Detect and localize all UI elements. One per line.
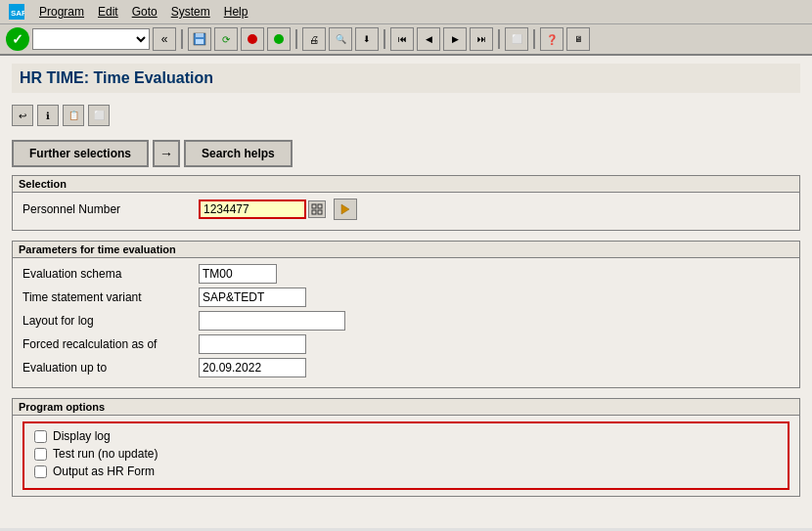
svg-rect-3 [196, 33, 203, 37]
program-options-title: Program options [13, 399, 799, 416]
forced-recalculation-row: Forced recalculation as of [23, 334, 789, 354]
customize-button[interactable]: 🖥 [566, 27, 590, 51]
execute-button[interactable] [267, 27, 291, 51]
test-run-checkbox[interactable] [34, 448, 47, 461]
tab-arrow[interactable]: → [153, 140, 180, 167]
search-helps-tab[interactable]: Search helps [184, 140, 293, 167]
svg-point-5 [248, 34, 257, 44]
selection-section: Selection Personnel Number [12, 175, 800, 231]
program-options-section: Program options Display log Test run (no… [12, 398, 800, 497]
output-hr-form-label: Output as HR Form [53, 465, 155, 478]
time-statement-variant-row: Time statement variant [23, 288, 789, 307]
test-run-row: Test run (no update) [34, 447, 778, 461]
separator-4 [498, 29, 500, 49]
svg-point-6 [274, 34, 284, 44]
layout-for-log-input[interactable] [199, 311, 345, 331]
find-button[interactable]: 🔍 [329, 27, 352, 51]
find-next-button[interactable]: ⬇ [355, 27, 379, 51]
time-statement-variant-input[interactable] [199, 288, 306, 307]
time-statement-variant-label: Time statement variant [23, 290, 199, 304]
layout-for-log-row: Layout for log [23, 311, 789, 331]
program-options-content: Display log Test run (no update) Output … [13, 416, 799, 496]
svg-rect-10 [318, 210, 322, 214]
next-page-button[interactable]: ▶ [443, 27, 467, 51]
selection-section-content: Personnel Number [13, 193, 799, 230]
svg-marker-11 [341, 204, 349, 214]
test-run-label: Test run (no update) [53, 447, 158, 461]
output-hr-form-row: Output as HR Form [34, 465, 778, 478]
display-log-checkbox[interactable] [34, 430, 47, 443]
sub-toolbar: ↩ ℹ 📋 ⬜ [12, 101, 800, 130]
further-selections-tab[interactable]: Further selections [12, 140, 149, 167]
print-button[interactable]: 🖨 [302, 27, 326, 51]
personnel-number-row: Personnel Number [23, 199, 789, 220]
svg-rect-4 [196, 39, 203, 44]
separator-1 [181, 29, 183, 49]
evaluation-schema-row: Evaluation schema [23, 264, 789, 284]
menu-help[interactable]: Help [218, 3, 254, 21]
stop-button[interactable] [241, 27, 264, 51]
new-window-button[interactable]: ⬜ [505, 27, 528, 51]
enter-button[interactable]: ✓ [6, 27, 29, 51]
prev-page-button[interactable]: ◀ [417, 27, 440, 51]
display-log-label: Display log [53, 429, 111, 443]
menu-goto[interactable]: Goto [126, 3, 163, 21]
back-nav-button[interactable]: ↩ [12, 105, 33, 126]
personnel-number-label: Personnel Number [23, 202, 199, 216]
svg-rect-9 [312, 210, 316, 214]
info-button[interactable]: ℹ [37, 105, 59, 126]
svg-text:SAP: SAP [11, 9, 24, 18]
evaluation-up-to-input[interactable] [199, 358, 306, 377]
tab-row: Further selections → Search helps [12, 140, 800, 167]
command-field[interactable] [32, 28, 150, 50]
personnel-number-input[interactable] [199, 199, 306, 219]
evaluation-schema-input[interactable] [199, 264, 277, 284]
toolbar: ✓ « ⟳ 🖨 🔍 ⬇ ⏮ ◀ ▶ ⏭ ⬜ ❓ 🖥 [0, 24, 812, 56]
first-page-button[interactable]: ⏮ [390, 27, 414, 51]
technical-info-button[interactable]: 📋 [63, 105, 84, 126]
program-options-box: Display log Test run (no update) Output … [23, 421, 789, 490]
sap-logo-icon: SAP [8, 3, 25, 21]
evaluation-schema-label: Evaluation schema [23, 267, 199, 281]
forced-recalculation-input[interactable] [199, 334, 306, 354]
evaluation-up-to-label: Evaluation up to [23, 361, 199, 375]
svg-rect-7 [312, 204, 316, 208]
separator-2 [295, 29, 297, 49]
menu-bar: SAP Program Edit Goto System Help [0, 0, 812, 24]
layout-for-log-label: Layout for log [23, 314, 199, 328]
variant-button[interactable]: ⬜ [88, 105, 110, 126]
menu-edit[interactable]: Edit [92, 3, 124, 21]
save-button[interactable] [188, 27, 211, 51]
selection-arrow-button[interactable] [334, 199, 357, 220]
evaluation-up-to-row: Evaluation up to [23, 358, 789, 377]
main-content: HR TIME: Time Evaluation ↩ ℹ 📋 ⬜ Further… [0, 56, 812, 528]
page-title: HR TIME: Time Evaluation [12, 64, 800, 93]
menu-system[interactable]: System [165, 3, 216, 21]
parameters-section-content: Evaluation schema Time statement variant… [13, 258, 799, 387]
forced-recalculation-label: Forced recalculation as of [23, 337, 199, 351]
last-page-button[interactable]: ⏭ [470, 27, 493, 51]
back-button[interactable]: « [153, 27, 176, 51]
output-hr-form-checkbox[interactable] [34, 465, 47, 478]
separator-3 [383, 29, 385, 49]
refresh-button[interactable]: ⟳ [214, 27, 238, 51]
display-log-row: Display log [34, 429, 778, 443]
svg-rect-8 [318, 204, 322, 208]
separator-5 [533, 29, 535, 49]
multiple-values-button[interactable] [308, 200, 326, 218]
parameters-section-title: Parameters for time evaluation [13, 242, 799, 258]
help-button[interactable]: ❓ [540, 27, 564, 51]
selection-section-title: Selection [13, 176, 799, 193]
parameters-section: Parameters for time evaluation Evaluatio… [12, 241, 800, 388]
menu-program[interactable]: Program [33, 3, 90, 21]
